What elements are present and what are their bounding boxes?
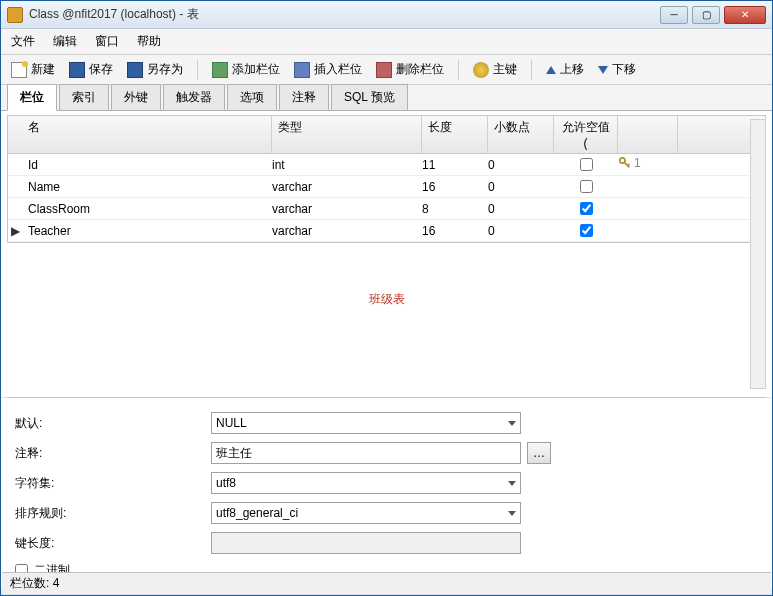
arrow-down-icon [598,66,608,74]
col-dec-head[interactable]: 小数点 [488,116,554,153]
add-icon [212,62,228,78]
menu-help[interactable]: 帮助 [137,33,161,50]
new-button[interactable]: 新建 [7,59,59,80]
key-icon [473,62,489,78]
separator [458,60,459,80]
content-area: 名 类型 长度 小数点 允许空值 ( Idint1101Namevarchar1… [1,111,772,397]
col-marker-head [8,116,22,153]
keylen-label: 键长度: [15,535,211,552]
menu-edit[interactable]: 编辑 [53,33,77,50]
collation-label: 排序规则: [15,505,211,522]
cell-decimal[interactable]: 0 [488,202,554,216]
window: Class @nfit2017 (localhost) - 表 ─ ▢ ✕ 文件… [0,0,773,596]
col-null-head[interactable]: 允许空值 ( [554,116,618,153]
save-button[interactable]: 保存 [65,59,117,80]
insert-icon [294,62,310,78]
table-row[interactable]: ▶Teachervarchar160 [8,220,765,242]
charset-combo[interactable]: utf8 [211,472,521,494]
primary-key-icon: 1 [618,156,641,170]
tab-triggers[interactable]: 触发器 [163,84,225,110]
chevron-down-icon [508,511,516,516]
charset-label: 字符集: [15,475,211,492]
columns-grid: 名 类型 长度 小数点 允许空值 ( Idint1101Namevarchar1… [7,115,766,243]
table-row[interactable]: Namevarchar160 [8,176,765,198]
table-row[interactable]: ClassRoomvarchar80 [8,198,765,220]
titlebar: Class @nfit2017 (localhost) - 表 ─ ▢ ✕ [1,1,772,29]
saveas-icon [127,62,143,78]
move-up-button[interactable]: 上移 [542,59,588,80]
cell-type[interactable]: varchar [272,202,422,216]
center-label: 班级表 [369,291,405,308]
tab-comment[interactable]: 注释 [279,84,329,110]
allow-null-checkbox[interactable] [580,202,593,215]
comment-more-button[interactable]: … [527,442,551,464]
cell-decimal[interactable]: 0 [488,180,554,194]
allow-null-checkbox[interactable] [580,158,593,171]
cell-null[interactable] [554,158,618,171]
menu-file[interactable]: 文件 [11,33,35,50]
arrow-up-icon [546,66,556,74]
default-combo[interactable]: NULL [211,412,521,434]
cell-name[interactable]: Teacher [22,224,272,238]
cell-length[interactable]: 16 [422,224,488,238]
default-label: 默认: [15,415,211,432]
allow-null-checkbox[interactable] [580,224,593,237]
saveas-button[interactable]: 另存为 [123,59,187,80]
minimize-button[interactable]: ─ [660,6,688,24]
cell-length[interactable]: 8 [422,202,488,216]
menubar: 文件 编辑 窗口 帮助 [1,29,772,55]
separator [531,60,532,80]
cell-decimal[interactable]: 0 [488,158,554,172]
grid-body: Idint1101Namevarchar160ClassRoomvarchar8… [8,154,765,242]
cell-type[interactable]: varchar [272,224,422,238]
cell-name[interactable]: Name [22,180,272,194]
primary-key-button[interactable]: 主键 [469,59,521,80]
delete-icon [376,62,392,78]
cell-null[interactable] [554,180,618,193]
save-icon [69,62,85,78]
add-column-button[interactable]: 添加栏位 [208,59,284,80]
chevron-down-icon [508,481,516,486]
row-marker: ▶ [8,224,22,238]
cell-name[interactable]: ClassRoom [22,202,272,216]
app-icon [7,7,23,23]
move-down-button[interactable]: 下移 [594,59,640,80]
cell-type[interactable]: varchar [272,180,422,194]
tab-indexes[interactable]: 索引 [59,84,109,110]
delete-column-button[interactable]: 删除栏位 [372,59,448,80]
allow-null-checkbox[interactable] [580,180,593,193]
cell-null[interactable] [554,202,618,215]
col-len-head[interactable]: 长度 [422,116,488,153]
comment-input[interactable]: 班主任 [211,442,521,464]
col-name-head[interactable]: 名 [22,116,272,153]
statusbar: 栏位数: 4 [2,572,771,594]
cell-length[interactable]: 16 [422,180,488,194]
grid-header: 名 类型 长度 小数点 允许空值 ( [8,116,765,154]
new-icon [11,62,27,78]
insert-column-button[interactable]: 插入栏位 [290,59,366,80]
cell-name[interactable]: Id [22,158,272,172]
tab-options[interactable]: 选项 [227,84,277,110]
vertical-scrollbar[interactable] [750,119,766,389]
cell-length[interactable]: 11 [422,158,488,172]
close-button[interactable]: ✕ [724,6,766,24]
window-title: Class @nfit2017 (localhost) - 表 [29,6,660,23]
tab-columns[interactable]: 栏位 [7,84,57,111]
window-buttons: ─ ▢ ✕ [660,6,766,24]
separator [197,60,198,80]
tab-foreign-keys[interactable]: 外键 [111,84,161,110]
maximize-button[interactable]: ▢ [692,6,720,24]
cell-decimal[interactable]: 0 [488,224,554,238]
cell-null[interactable] [554,224,618,237]
cell-key: 1 [618,156,678,173]
col-key-head [618,116,678,153]
keylen-input[interactable] [211,532,521,554]
collation-combo[interactable]: utf8_general_ci [211,502,521,524]
cell-type[interactable]: int [272,158,422,172]
tab-sql-preview[interactable]: SQL 预览 [331,84,408,110]
status-text: 栏位数: 4 [10,575,59,592]
table-row[interactable]: Idint1101 [8,154,765,176]
col-type-head[interactable]: 类型 [272,116,422,153]
menu-window[interactable]: 窗口 [95,33,119,50]
comment-label: 注释: [15,445,211,462]
